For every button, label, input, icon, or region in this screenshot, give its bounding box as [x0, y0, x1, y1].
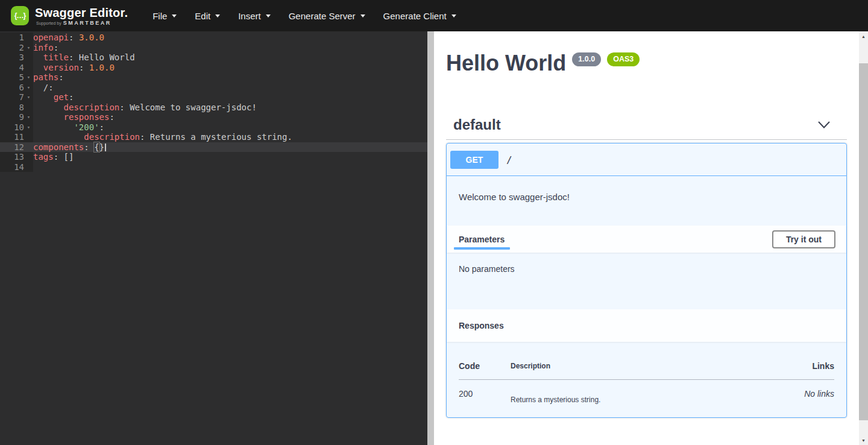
- responses-table-wrapper: Code Description Links 200Returns a myst…: [447, 342, 846, 417]
- editor-line-9[interactable]: 9▾ responses:: [0, 112, 427, 122]
- editor-line-13[interactable]: 13tags: []: [0, 152, 427, 162]
- editor-line-6[interactable]: 6▾ /:: [0, 83, 427, 93]
- editor-pane[interactable]: 1openapi: 3.0.02▾info:3 title: Hello Wor…: [0, 31, 427, 445]
- gutter: 9▾: [0, 112, 33, 122]
- gutter: 14: [0, 162, 33, 172]
- editor-line-1[interactable]: 1openapi: 3.0.0: [0, 33, 427, 43]
- topbar: {…} Swagger Editor. Supported bySMARTBEA…: [0, 0, 868, 31]
- text-cursor: [105, 144, 106, 151]
- gutter: 1: [0, 33, 33, 43]
- gutter: 2▾: [0, 43, 33, 53]
- editor-line-3[interactable]: 3 title: Hello World: [0, 52, 427, 63]
- editor-line-8[interactable]: 8 description: Welcome to swagger-jsdoc!: [0, 103, 427, 113]
- editor-lines: 1openapi: 3.0.02▾info:3 title: Hello Wor…: [0, 31, 427, 172]
- editor-line-12[interactable]: 12components: {}: [0, 142, 427, 153]
- scrollbar-track[interactable]: ▲ ▼: [859, 31, 868, 445]
- fold-arrow-icon[interactable]: ▾: [24, 43, 33, 53]
- gutter: 6▾: [0, 83, 33, 93]
- menu-edit[interactable]: Edit: [186, 0, 229, 31]
- fold-arrow-icon[interactable]: ▾: [24, 83, 33, 93]
- scroll-up-button[interactable]: ▲: [859, 31, 868, 41]
- response-row: 200Returns a mysterious string.No links: [459, 380, 834, 405]
- responses-label: Responses: [459, 321, 504, 330]
- editor-line-14[interactable]: 14: [0, 162, 427, 172]
- swagger-logo-icon[interactable]: {…}: [11, 6, 29, 25]
- response-description: Returns a mysterious string.: [511, 380, 762, 405]
- fold-arrow-icon[interactable]: ▾: [24, 122, 33, 133]
- menu-insert[interactable]: Insert: [229, 0, 280, 31]
- menu-generate-server[interactable]: Generate Server: [280, 0, 374, 31]
- operation-description: Welcome to swagger-jsdoc!: [447, 176, 846, 226]
- parameters-tab-label: Parameters: [459, 235, 505, 244]
- scroll-down-button[interactable]: ▼: [859, 435, 868, 445]
- editor-line-2[interactable]: 2▾info:: [0, 43, 427, 53]
- menu-bar: FileEditInsertGenerate ServerGenerate Cl…: [143, 0, 465, 31]
- responses-table-body: 200Returns a mysterious string.No links: [459, 380, 834, 405]
- response-links: No links: [762, 380, 834, 405]
- fold-arrow-icon[interactable]: ▾: [24, 72, 33, 83]
- editor-line-4[interactable]: 4 version: 1.0.0: [0, 63, 427, 73]
- gutter: 7▾: [0, 92, 33, 103]
- scrollbar-thumb[interactable]: [859, 63, 868, 420]
- oas3-badge: OAS3: [607, 52, 640, 66]
- preview-pane: Hello World1.0.0OAS3 default GET / Welco…: [434, 31, 859, 445]
- caret-down-icon: [266, 14, 271, 17]
- caret-down-icon: [215, 14, 220, 17]
- responses-table: Code Description Links 200Returns a myst…: [459, 354, 834, 404]
- gutter: 4: [0, 63, 33, 73]
- menu-generate-client[interactable]: Generate Client: [374, 0, 465, 31]
- operation-path: /: [506, 154, 512, 166]
- gutter: 12: [0, 142, 33, 153]
- smartbear-logo: SMARTBEAR: [63, 20, 112, 26]
- caret-down-icon: [451, 14, 456, 17]
- try-it-out-button[interactable]: Try it out: [772, 230, 835, 248]
- tag-section-header[interactable]: default: [446, 116, 847, 140]
- no-parameters-text: No parameters: [447, 253, 846, 309]
- method-badge: GET: [450, 151, 498, 169]
- gutter: 3: [0, 52, 33, 63]
- gutter: 11: [0, 132, 33, 142]
- fold-arrow-icon[interactable]: ▾: [24, 112, 33, 122]
- active-tab-underline: [454, 247, 510, 250]
- fold-arrow-icon[interactable]: ▾: [24, 92, 33, 103]
- responses-header-description: Description: [511, 354, 762, 380]
- menu-file[interactable]: File: [143, 0, 186, 31]
- caret-down-icon: [172, 14, 177, 17]
- swagger-ui-container: Hello World1.0.0OAS3 default GET / Welco…: [434, 31, 859, 418]
- pane-splitter[interactable]: [427, 31, 434, 445]
- responses-header-links: Links: [762, 354, 834, 380]
- opblock-summary[interactable]: GET /: [447, 144, 846, 176]
- responses-header-code: Code: [459, 354, 511, 380]
- caret-down-icon: [360, 14, 365, 17]
- parameters-header: Parameters Try it out: [447, 226, 846, 253]
- gutter: 13: [0, 152, 33, 162]
- editor-line-10[interactable]: 10▾ '200':: [0, 122, 427, 133]
- chevron-down-icon[interactable]: [818, 121, 830, 128]
- tag-section-name: default: [453, 116, 501, 133]
- brand: Swagger Editor. Supported bySMARTBEAR: [35, 6, 128, 26]
- editor-line-5[interactable]: 5▾paths:: [0, 72, 427, 83]
- brand-tagline: Supported bySMARTBEAR: [36, 20, 128, 26]
- responses-header: Responses: [447, 309, 846, 342]
- version-badge: 1.0.0: [572, 52, 601, 66]
- editor-line-11[interactable]: 11 description: Returns a mysterious str…: [0, 132, 427, 142]
- editor-line-7[interactable]: 7▾ get:: [0, 92, 427, 103]
- gutter: 5▾: [0, 72, 33, 83]
- response-code: 200: [459, 380, 511, 405]
- brand-title: Swagger Editor.: [35, 6, 128, 19]
- gutter: 10▾: [0, 122, 33, 133]
- opblock-get: GET / Welcome to swagger-jsdoc! Paramete…: [446, 143, 847, 418]
- gutter: 8: [0, 103, 33, 113]
- api-title: Hello World1.0.0OAS3: [446, 51, 847, 75]
